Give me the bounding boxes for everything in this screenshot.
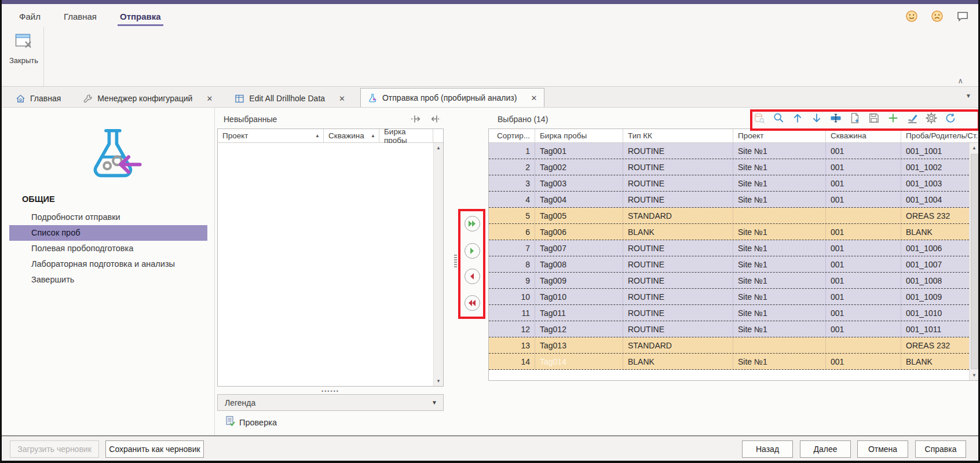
- table-row[interactable]: 13Tag013STANDARDOREAS 232: [489, 337, 969, 354]
- drillhole-cell[interactable]: 001: [826, 159, 901, 175]
- drillhole-cell[interactable]: 001: [826, 273, 901, 288]
- drillhole-cell[interactable]: 001: [826, 240, 901, 256]
- unselected-table-body[interactable]: [218, 143, 433, 386]
- sample-parent-cell[interactable]: 001_1004: [901, 192, 969, 207]
- qc-type-cell[interactable]: BLANK: [623, 354, 733, 369]
- qc-type-cell[interactable]: ROUTINE: [623, 159, 733, 175]
- table-row[interactable]: 1Tag001ROUTINESite №1001001_1001: [489, 143, 969, 159]
- legend-collapsed-panel[interactable]: Легенда ▼: [217, 394, 444, 411]
- sort-order-cell[interactable]: 6: [489, 224, 535, 240]
- sample-tag-cell[interactable]: Tag008: [535, 256, 623, 272]
- document-tab[interactable]: Отправка проб (пробирный анализ)✕: [360, 88, 544, 107]
- sample-tag-cell[interactable]: Tag009: [535, 273, 623, 288]
- sample-tag-cell[interactable]: Tag006: [535, 224, 623, 240]
- move-selected-right-button[interactable]: [465, 243, 480, 259]
- drillhole-cell[interactable]: 001: [826, 256, 901, 272]
- settings-icon[interactable]: [926, 112, 937, 124]
- sample-tag-cell[interactable]: Tag014: [535, 354, 623, 369]
- column-header[interactable]: Бирка пробы: [379, 129, 433, 142]
- column-header[interactable]: Проект▲: [218, 129, 324, 142]
- drillhole-cell[interactable]: 001: [826, 354, 901, 369]
- collapse-ribbon-button[interactable]: ∧: [957, 76, 963, 85]
- close-button[interactable]: Закрыть: [8, 26, 40, 71]
- sidebar-item[interactable]: Подробности отправки: [3, 210, 214, 225]
- project-cell[interactable]: Site №1: [733, 159, 826, 175]
- happy-face-icon[interactable]: [905, 10, 918, 23]
- qc-type-cell[interactable]: ROUTINE: [623, 175, 733, 191]
- table-row[interactable]: 7Tag007ROUTINESite №1001001_1006: [489, 240, 969, 256]
- sort-order-cell[interactable]: 10: [489, 289, 535, 304]
- project-cell[interactable]: Site №1: [733, 321, 826, 337]
- ribbon-tab-файл[interactable]: Файл: [10, 9, 50, 24]
- sample-tag-cell[interactable]: Tag011: [535, 305, 623, 321]
- table-row[interactable]: 6Tag006BLANKSite №1001BLANK: [489, 224, 969, 240]
- sort-order-cell[interactable]: 8: [489, 256, 535, 272]
- qc-type-cell[interactable]: ROUTINE: [623, 305, 733, 321]
- qc-type-cell[interactable]: STANDARD: [623, 337, 733, 353]
- best-fit-column-icon[interactable]: [411, 115, 422, 123]
- sample-parent-cell[interactable]: 001_1010: [901, 305, 969, 321]
- sample-tag-cell[interactable]: Tag013: [535, 337, 623, 353]
- table-row[interactable]: 11Tag011ROUTINESite №1001001_1010: [489, 305, 969, 321]
- move-selected-left-button[interactable]: [465, 269, 480, 284]
- move-all-left-button[interactable]: [465, 295, 480, 311]
- table-row[interactable]: 12Tag012ROUTINESite №1001001_1011: [489, 321, 969, 337]
- drillhole-cell[interactable]: 001: [826, 321, 901, 337]
- sample-parent-cell[interactable]: 001_1007: [901, 256, 969, 272]
- best-fit-all-columns-icon[interactable]: [430, 115, 441, 123]
- project-cell[interactable]: Site №1: [733, 192, 826, 207]
- edit-icon[interactable]: [906, 112, 918, 124]
- table-row[interactable]: 3Tag003ROUTINESite №1001001_1003: [489, 175, 969, 192]
- move-up-icon[interactable]: [792, 112, 803, 124]
- qc-type-cell[interactable]: ROUTINE: [623, 321, 733, 337]
- sample-parent-cell[interactable]: 001_1009: [901, 289, 969, 304]
- sort-order-cell[interactable]: 7: [489, 240, 535, 256]
- cancel-button[interactable]: Отмена: [857, 440, 908, 458]
- scroll-down-icon[interactable]: ▼: [972, 370, 977, 380]
- unselected-table-scrollbar[interactable]: ▲ ▼: [433, 143, 443, 386]
- document-tab[interactable]: Менеджер конфигураций✕: [76, 90, 220, 107]
- sort-order-cell[interactable]: 5: [489, 208, 535, 223]
- table-row[interactable]: 14Tag014BLANKSite №1001BLANK: [489, 354, 969, 370]
- ribbon-tab-главная[interactable]: Главная: [54, 9, 106, 24]
- drillhole-cell[interactable]: [826, 208, 901, 223]
- horizontal-splitter[interactable]: ••••••: [217, 389, 444, 394]
- comment-bubble-icon[interactable]: [956, 10, 969, 23]
- sidebar-item[interactable]: Список проб: [9, 225, 207, 241]
- paste-document-icon[interactable]: [849, 112, 861, 124]
- next-button[interactable]: Далее: [800, 440, 851, 458]
- column-header[interactable]: Скважина: [826, 129, 901, 142]
- column-header[interactable]: Сортир...: [489, 129, 535, 142]
- project-cell[interactable]: Site №1: [733, 224, 826, 240]
- table-row[interactable]: 9Tag009ROUTINESite №1001001_1008: [489, 273, 969, 289]
- help-button[interactable]: Справка: [915, 440, 966, 458]
- sort-order-cell[interactable]: 14: [489, 354, 535, 369]
- project-cell[interactable]: Site №1: [733, 143, 826, 159]
- qc-type-cell[interactable]: STANDARD: [623, 208, 733, 223]
- sort-order-cell[interactable]: 11: [489, 305, 535, 321]
- table-row[interactable]: 5Tag005STANDARDOREAS 232: [489, 208, 969, 224]
- panel-splitter-grip[interactable]: [454, 255, 457, 269]
- project-cell[interactable]: [733, 208, 826, 223]
- sample-parent-cell[interactable]: 001_1008: [901, 273, 969, 288]
- sample-tag-cell[interactable]: Tag010: [535, 289, 623, 304]
- sample-tag-cell[interactable]: Tag005: [535, 208, 623, 223]
- project-cell[interactable]: Site №1: [733, 289, 826, 304]
- column-header[interactable]: Тип КК: [623, 129, 733, 142]
- scroll-up-icon[interactable]: ▲: [436, 143, 441, 153]
- back-button[interactable]: Назад: [742, 440, 793, 458]
- sort-order-cell[interactable]: 12: [489, 321, 535, 337]
- close-tab-icon[interactable]: ✕: [206, 94, 213, 103]
- scrollbar-thumb[interactable]: [971, 154, 978, 369]
- close-tab-icon[interactable]: ✕: [531, 94, 537, 102]
- drillhole-cell[interactable]: 001: [826, 175, 901, 191]
- refresh-icon[interactable]: [945, 112, 956, 124]
- project-cell[interactable]: [733, 337, 826, 353]
- sidebar-item[interactable]: Полевая пробоподготовка: [3, 241, 214, 256]
- sample-parent-cell[interactable]: BLANK: [901, 224, 969, 240]
- sample-parent-cell[interactable]: 001_1002: [901, 159, 969, 175]
- qc-type-cell[interactable]: ROUTINE: [623, 273, 733, 288]
- sample-tag-cell[interactable]: Tag001: [535, 143, 623, 159]
- scroll-down-icon[interactable]: ▼: [436, 376, 441, 386]
- project-cell[interactable]: Site №1: [733, 273, 826, 288]
